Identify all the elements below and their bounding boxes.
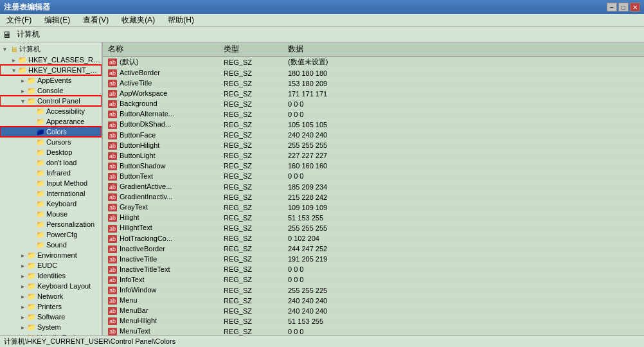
tree-expand-icon: ▸ [18, 283, 27, 290]
cell-data: (数值未设置) [283, 57, 644, 68]
minimize-button[interactable]: − [607, 3, 617, 12]
table-row[interactable]: abGrayTextREG_SZ109 109 109 [103, 202, 644, 213]
table-row[interactable]: abGradientInactiv...REG_SZ215 228 242 [103, 192, 644, 202]
tree-item-keyboard[interactable]: 📁Keyboard [0, 199, 102, 209]
cell-type: REG_SZ [219, 140, 283, 150]
tree-item-international[interactable]: 📁International [0, 188, 102, 199]
table-row[interactable]: abButtonShadowREG_SZ160 160 160 [103, 161, 644, 171]
tree-item-console[interactable]: ▸📁Console [0, 85, 102, 96]
computer-icon: 🖥 [3, 30, 12, 40]
tree-item-system[interactable]: ▸📁System [0, 322, 102, 332]
tree-item-eudc[interactable]: ▸📁EUDC [0, 260, 102, 271]
tree-item-keyboard_layout[interactable]: ▸📁Keyboard Layout [0, 281, 102, 291]
tree-panel[interactable]: ▾🖥计算机▸📁HKEY_CLASSES_ROOT▾📁HKEY_CURRENT_U… [0, 42, 103, 335]
menu-item[interactable]: 查看(V) [79, 14, 112, 26]
tree-item-appearance[interactable]: 📁Appearance [0, 116, 102, 127]
tree-item-environment[interactable]: ▸📁Environment [0, 250, 102, 260]
tree-label: Software [37, 313, 65, 321]
table-row[interactable]: abActiveTitleREG_SZ153 180 209 [103, 78, 644, 89]
table-row[interactable]: abButtonHilightREG_SZ255 255 255 [103, 140, 644, 150]
tree-item-colors[interactable]: 📁Colors [0, 127, 102, 137]
cell-type: REG_SZ [219, 202, 283, 213]
reg-value-icon: ab [108, 266, 117, 274]
table-row[interactable]: abGradientActive...REG_SZ185 209 234 [103, 182, 644, 192]
tree-item-input_method[interactable]: 📁Input Method [0, 178, 102, 188]
table-row[interactable]: abButtonTextREG_SZ0 0 0 [103, 171, 644, 181]
tree-label: Printers [37, 303, 62, 310]
table-row[interactable]: abActiveBorderREG_SZ180 180 180 [103, 68, 644, 78]
tree-item-cursors[interactable]: 📁Cursors [0, 137, 102, 147]
cell-data: 0 0 0 [283, 274, 644, 285]
menu-item[interactable]: 文件(F) [3, 14, 35, 26]
tree-item-infrared[interactable]: 📁Infrared [0, 168, 102, 178]
tree-expand-icon: ▾ [18, 98, 27, 105]
tree-item-hkey_current_user[interactable]: ▾📁HKEY_CURRENT_USER [0, 65, 102, 75]
folder-icon: 📁 [36, 240, 45, 249]
table-row[interactable]: abInactiveTitleTextREG_SZ0 0 0 [103, 264, 644, 274]
table-row[interactable]: abInfoWindowREG_SZ255 255 225 [103, 285, 644, 295]
table-row[interactable]: abMenuBarREG_SZ240 240 240 [103, 306, 644, 316]
menu-item[interactable]: 帮助(H) [164, 14, 198, 26]
folder-icon: 📁 [27, 261, 36, 270]
reg-value-icon: ab [108, 90, 117, 98]
folder-icon: 📁 [27, 292, 36, 301]
tree-label: HKEY_CURRENT_USER [28, 66, 102, 74]
tree-label: Identities [37, 272, 66, 280]
tree-item-control_panel[interactable]: ▾📁Control Panel [0, 96, 102, 106]
cell-name: abInfoWindow [103, 285, 219, 295]
tree-item-desktop[interactable]: 📁Desktop [0, 147, 102, 157]
cell-data: 240 240 240 [283, 296, 644, 306]
cell-data: 171 171 171 [283, 89, 644, 99]
tree-item-mouse[interactable]: 📁Mouse [0, 209, 102, 219]
table-row[interactable]: abButtonDkShad...REG_SZ105 105 105 [103, 120, 644, 130]
table-row[interactable]: abButtonFaceREG_SZ240 240 240 [103, 130, 644, 140]
cell-type: REG_SZ [219, 233, 283, 244]
menu-item[interactable]: 收藏夹(A) [118, 14, 159, 26]
table-row[interactable]: abButtonAlternate...REG_SZ0 0 0 [103, 109, 644, 120]
maximize-button[interactable]: □ [618, 3, 629, 12]
close-button[interactable]: ✕ [630, 3, 640, 12]
cell-name: abButtonFace [103, 130, 219, 140]
tree-item-printers[interactable]: ▸📁Printers [0, 301, 102, 312]
table-row[interactable]: abMenuREG_SZ240 240 240 [103, 296, 644, 306]
tree-item-computer[interactable]: ▾🖥计算机 [0, 44, 102, 55]
tree-item-hkey_classes_root[interactable]: ▸📁HKEY_CLASSES_ROOT [0, 55, 102, 65]
tree-item-software[interactable]: ▸📁Software [0, 312, 102, 322]
table-row[interactable]: abButtonLightREG_SZ227 227 227 [103, 150, 644, 161]
tree-item-accessibility[interactable]: 📁Accessibility [0, 106, 102, 116]
menu-item[interactable]: 编辑(E) [40, 14, 74, 26]
tree-item-personalization[interactable]: 📁Personalization [0, 219, 102, 229]
table-row[interactable]: ab(默认)REG_SZ(数值未设置) [103, 57, 644, 68]
table-row[interactable]: abHotTrackingCo...REG_SZ0 102 204 [103, 233, 644, 244]
tree-item-sound[interactable]: 📁Sound [0, 240, 102, 250]
cell-type: REG_SZ [219, 213, 283, 223]
reg-value-icon: ab [108, 235, 117, 243]
table-row[interactable]: abHilightREG_SZ51 153 255 [103, 213, 644, 223]
tree-item-network[interactable]: ▸📁Network [0, 291, 102, 301]
table-row[interactable]: abInfoTextREG_SZ0 0 0 [103, 274, 644, 285]
table-row[interactable]: abBackgroundREG_SZ0 0 0 [103, 99, 644, 109]
reg-value-icon: ab [108, 245, 117, 253]
table-row[interactable]: abAppWorkspaceREG_SZ171 171 171 [103, 89, 644, 99]
cell-name: abHotTrackingCo... [103, 233, 219, 244]
table-row[interactable]: abInactiveBorderREG_SZ244 247 252 [103, 244, 644, 254]
tree-item-identities[interactable]: ▸📁Identities [0, 271, 102, 281]
tree-item-dont_load[interactable]: 📁don't load [0, 157, 102, 168]
status-bar: 计算机\HKEY_CURRENT_USER\Control Panel\Colo… [0, 335, 644, 347]
folder-icon: 📁 [27, 86, 36, 95]
table-row[interactable]: abInactiveTitleREG_SZ191 205 219 [103, 254, 644, 264]
table-header-row: 名称 类型 数据 [103, 42, 644, 57]
folder-icon: 📁 [27, 281, 36, 290]
folder-icon: 📁 [36, 107, 45, 116]
table-row[interactable]: abMenuTextREG_SZ0 0 0 [103, 326, 644, 335]
tree-label: PowerCfg [46, 231, 77, 238]
table-row[interactable]: abMenuHilightREG_SZ51 153 255 [103, 316, 644, 326]
cell-name: abButtonAlternate... [103, 109, 219, 120]
tree-item-appevents[interactable]: ▸📁AppEvents [0, 75, 102, 85]
tree-item-powercfg[interactable]: 📁PowerCfg [0, 229, 102, 240]
cell-type: REG_SZ [219, 264, 283, 274]
cell-name: abButtonText [103, 171, 219, 181]
cell-name: abInactiveTitle [103, 254, 219, 264]
tree-expand-icon: ▸ [18, 87, 27, 94]
table-row[interactable]: abHilightTextREG_SZ255 255 255 [103, 223, 644, 233]
